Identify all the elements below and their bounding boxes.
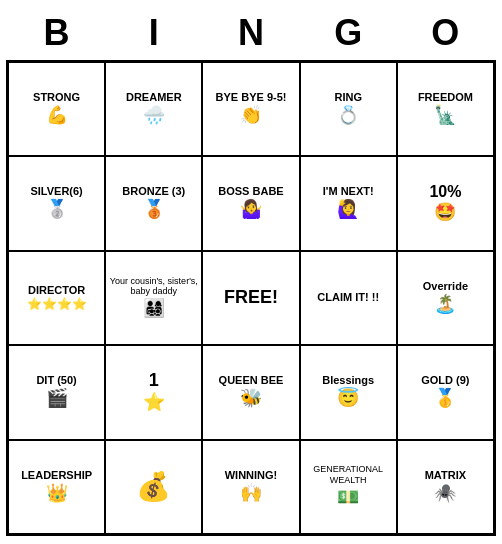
cell-bronze: BRONZE (3) 🥉	[105, 156, 202, 250]
cell-freedom-text: FREEDOM	[418, 91, 473, 104]
cell-leadership-emoji: 👑	[46, 482, 68, 505]
cell-freedom-emoji: 🗽	[434, 104, 456, 127]
cell-ring-text: RING	[334, 91, 362, 104]
cell-winning: WINNING! 🙌	[202, 440, 299, 534]
cell-generational-text: GENERATIONAL WEALTH	[304, 464, 393, 486]
cell-one: 1 ⭐	[105, 345, 202, 439]
cell-boss-babe-text: BOSS BABE	[218, 185, 283, 198]
cell-bronze-emoji: 🥉	[143, 198, 165, 221]
cell-im-next-text: I'M NEXT!	[323, 185, 374, 198]
cell-gold-text: GOLD (9)	[421, 374, 469, 387]
cell-dreamer-text: DREAMER	[126, 91, 182, 104]
cell-im-next-emoji: 🙋‍♀️	[337, 198, 359, 221]
cell-override-emoji: 🏝️	[434, 293, 456, 316]
cell-cousin-text: Your cousin's, sister's, baby daddy	[109, 276, 198, 298]
cell-ring: RING 💍	[300, 62, 397, 156]
cell-strong: STRONG 💪	[8, 62, 105, 156]
cell-cousin-emoji: 👨‍👩‍👧‍👦	[143, 297, 165, 320]
cell-dit-text: DIT (50)	[36, 374, 76, 387]
cell-dit-emoji: 🎬	[46, 387, 68, 410]
cell-silver-emoji: 🥈	[46, 198, 68, 221]
cell-one-emoji: ⭐	[143, 391, 165, 414]
cell-queen-bee: QUEEN BEE 🐝	[202, 345, 299, 439]
cell-leadership-text: LEADERSHIP	[21, 469, 92, 482]
cell-blessings-emoji: 😇	[337, 387, 359, 410]
bingo-header: B I N G O	[8, 8, 494, 60]
letter-o: O	[405, 12, 485, 54]
cell-bronze-text: BRONZE (3)	[122, 185, 185, 198]
cell-ten-percent-emoji: 🤩	[434, 201, 456, 224]
cell-bye-bye-emoji: 👏	[240, 104, 262, 127]
cell-generational-emoji: 💵	[337, 486, 359, 509]
bingo-grid: STRONG 💪 DREAMER 🌧️ BYE BYE 9-5! 👏 RING …	[6, 60, 496, 536]
cell-im-next: I'M NEXT! 🙋‍♀️	[300, 156, 397, 250]
letter-i: I	[114, 12, 194, 54]
letter-n: N	[211, 12, 291, 54]
cell-blessings-text: Blessings	[322, 374, 374, 387]
cell-silver-text: SILVER(6)	[30, 185, 82, 198]
cell-freedom: FREEDOM 🗽	[397, 62, 494, 156]
letter-b: B	[17, 12, 97, 54]
cell-matrix-text: MATRIX	[425, 469, 466, 482]
cell-director-emoji: ⭐⭐⭐⭐	[27, 297, 87, 313]
cell-gold-emoji: 🥇	[434, 387, 456, 410]
cell-boss-babe: BOSS BABE 🤷‍♀️	[202, 156, 299, 250]
cell-gold: GOLD (9) 🥇	[397, 345, 494, 439]
letter-g: G	[308, 12, 388, 54]
cell-strong-emoji: 💪	[46, 104, 68, 127]
cell-director-text: DIRECTOR	[28, 284, 85, 297]
cell-claim-it-text: CLAIM IT! !!	[317, 291, 379, 304]
cell-bye-bye: BYE BYE 9-5! 👏	[202, 62, 299, 156]
cell-claim-it: CLAIM IT! !!	[300, 251, 397, 345]
cell-dreamer: DREAMER 🌧️	[105, 62, 202, 156]
cell-free-text: FREE!	[224, 287, 278, 309]
cell-queen-bee-emoji: 🐝	[240, 387, 262, 410]
cell-override: Override 🏝️	[397, 251, 494, 345]
cell-blessings: Blessings 😇	[300, 345, 397, 439]
cell-dreamer-emoji: 🌧️	[143, 104, 165, 127]
cell-money-bag-emoji: 💰	[136, 469, 171, 505]
cell-ring-emoji: 💍	[337, 104, 359, 127]
cell-ten-percent: 10% 🤩	[397, 156, 494, 250]
cell-winning-text: WINNING!	[225, 469, 278, 482]
cell-leadership: LEADERSHIP 👑	[8, 440, 105, 534]
cell-boss-babe-emoji: 🤷‍♀️	[240, 198, 262, 221]
cell-bye-bye-text: BYE BYE 9-5!	[216, 91, 287, 104]
cell-director: DIRECTOR ⭐⭐⭐⭐	[8, 251, 105, 345]
cell-override-text: Override	[423, 280, 468, 293]
cell-one-text: 1	[149, 370, 159, 392]
cell-dit: DIT (50) 🎬	[8, 345, 105, 439]
cell-queen-bee-text: QUEEN BEE	[219, 374, 284, 387]
cell-matrix: MATRIX 🕷️	[397, 440, 494, 534]
cell-matrix-emoji: 🕷️	[434, 482, 456, 505]
cell-silver: SILVER(6) 🥈	[8, 156, 105, 250]
cell-strong-text: STRONG	[33, 91, 80, 104]
cell-winning-emoji: 🙌	[240, 482, 262, 505]
cell-free: FREE!	[202, 251, 299, 345]
cell-ten-percent-text: 10%	[429, 182, 461, 201]
cell-money-bag: 💰	[105, 440, 202, 534]
cell-cousin: Your cousin's, sister's, baby daddy 👨‍👩‍…	[105, 251, 202, 345]
cell-generational: GENERATIONAL WEALTH 💵	[300, 440, 397, 534]
